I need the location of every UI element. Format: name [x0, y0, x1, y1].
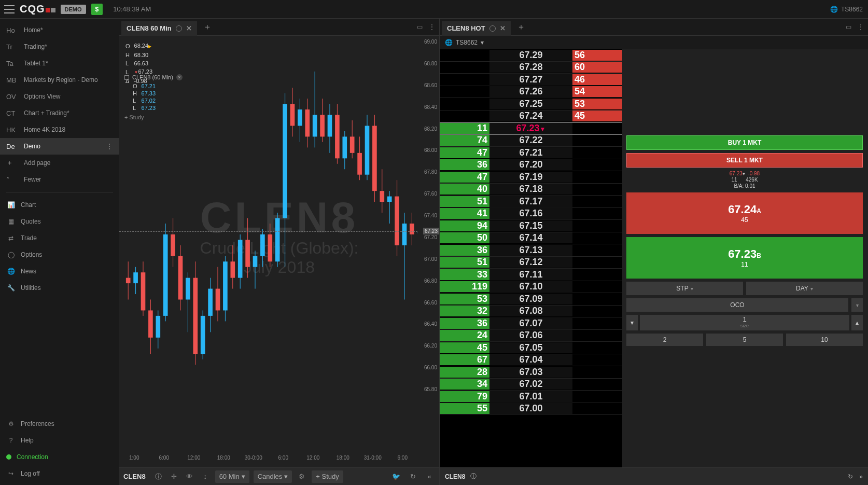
ladder-row[interactable]: 4767.19	[440, 171, 622, 184]
size-up-button[interactable]: ▴	[851, 315, 863, 330]
refresh-icon[interactable]: ↻	[848, 473, 853, 480]
ladder-row[interactable]: 4167.16	[440, 208, 622, 220]
add-tab-icon[interactable]: ＋	[203, 22, 212, 33]
refresh-icon[interactable]: ↻	[407, 471, 418, 482]
ladder-row[interactable]: 3367.11	[440, 269, 622, 281]
ladder-row[interactable]: 11967.10	[440, 281, 622, 294]
expand-icon[interactable]: »	[859, 473, 863, 480]
crosshair-icon[interactable]: ✛	[169, 471, 180, 482]
ladder-row[interactable]: 67.2553	[440, 98, 622, 110]
ladder-row[interactable]: 4567.05	[440, 342, 622, 354]
ladder-row[interactable]: 4067.18	[440, 184, 622, 196]
ladder-row[interactable]: 67.2746	[440, 74, 622, 86]
ladder-row[interactable]: 5167.17	[440, 196, 622, 208]
sidebar-connection[interactable]: Connection	[0, 449, 119, 465]
ladder-row[interactable]: 3667.07	[440, 317, 622, 330]
sidebar-page-ct[interactable]: CTChart + Trading*	[0, 105, 119, 121]
sidebar-page-ta[interactable]: TaTablet 1*	[0, 55, 119, 72]
ask-tile[interactable]: 67.24A 45	[626, 192, 863, 234]
sell-mkt-button[interactable]: SELL 1 MKT	[626, 153, 863, 168]
ladder-row[interactable]: 5367.09	[440, 293, 622, 306]
ladder-row[interactable]: 2867.03	[440, 366, 622, 379]
ladder-row[interactable]: 67.2956	[440, 49, 622, 62]
add-page[interactable]: ＋Add page	[0, 155, 119, 171]
collapse-icon[interactable]: «	[424, 471, 435, 482]
add-study-button[interactable]: + Study	[312, 470, 343, 483]
info-icon[interactable]: ⓘ	[153, 471, 164, 482]
tab-refresh-icon[interactable]	[176, 25, 182, 32]
ladder-row[interactable]: 5567.00	[440, 403, 622, 415]
qty-preset-5[interactable]: 5	[706, 334, 783, 346]
panel-menu-icon[interactable]: ⋮	[429, 23, 435, 31]
sidebar-preferences[interactable]: ⚙Preferences	[0, 415, 119, 432]
gear-icon[interactable]: ⚙	[296, 471, 307, 482]
order-type-select[interactable]: STP	[626, 282, 743, 295]
ladder-row[interactable]: 3667.13	[440, 244, 622, 257]
ladder-row[interactable]: 2467.06	[440, 330, 622, 342]
time-axis[interactable]: 1:006:0012:0018:0030-0:006:0012:0018:003…	[119, 455, 417, 467]
price-axis[interactable]: 69.0068.8068.6068.4068.2068.0067.8067.60…	[417, 36, 439, 455]
sidebar-page-hk[interactable]: HKHome 4K 2018	[0, 121, 119, 138]
sidebar-tool-news[interactable]: 🌐News	[0, 263, 119, 280]
info-icon[interactable]: ⓘ	[470, 472, 477, 481]
qty-preset-10[interactable]: 10	[786, 334, 863, 346]
twitter-icon[interactable]: 🐦	[390, 471, 402, 482]
ladder-row[interactable]: 5067.14	[440, 232, 622, 245]
ladder-row[interactable]: 67.2445	[440, 110, 622, 123]
buy-mkt-button[interactable]: BUY 1 MKT	[626, 135, 863, 150]
bid-tile[interactable]: 67.23B 11	[626, 237, 863, 279]
dom-symbol[interactable]: CLEN8	[445, 473, 465, 480]
ladder-row[interactable]: 4767.21	[440, 147, 622, 159]
sidebar-page-de[interactable]: DeDemo⋮	[0, 138, 119, 155]
panel-maximize-icon[interactable]: ▭	[417, 23, 423, 31]
tab-close-icon[interactable]: ✕	[186, 24, 192, 32]
ladder-trade-row[interactable]: 1167.23▼	[440, 122, 622, 135]
ladder-row[interactable]: 3267.08	[440, 306, 622, 318]
dom-tab[interactable]: CLEN8 HOT ✕	[442, 21, 511, 36]
ladder-row[interactable]: 9467.15	[440, 220, 622, 232]
ladder-row[interactable]: 5167.12	[440, 257, 622, 269]
dom-ladder[interactable]: 67.295667.286067.274667.265467.255367.24…	[440, 49, 622, 467]
fewer-pages[interactable]: ˄Fewer	[0, 171, 119, 188]
account-menu[interactable]: 🌐 TS8662	[830, 6, 863, 13]
sidebar-page-tr[interactable]: TrTrading*	[0, 38, 119, 55]
ladder-row[interactable]: 3667.20	[440, 159, 622, 172]
qty-preset-2[interactable]: 2	[626, 334, 703, 346]
panel-menu-icon[interactable]: ⋮	[858, 23, 864, 31]
tab-close-icon[interactable]: ✕	[500, 24, 506, 32]
balance-icon[interactable]: $	[91, 4, 103, 15]
menu-icon[interactable]	[4, 5, 15, 13]
sidebar-page-mb[interactable]: MBMarkets by Region - Demo	[0, 72, 119, 88]
sidebar-page-ho[interactable]: HoHome*	[0, 22, 119, 38]
tab-refresh-icon[interactable]	[489, 25, 496, 32]
size-down-button[interactable]: ▾	[626, 315, 638, 330]
ladder-row[interactable]: 7467.22	[440, 135, 622, 147]
chart-body[interactable]: CLEN8 Crude Light (Globex): July 2018 O6…	[119, 36, 439, 467]
dom-account-select[interactable]: 🌐 TS8662 ▾	[440, 36, 868, 49]
interval-select[interactable]: 60 Min ▾	[215, 470, 249, 483]
ladder-row[interactable]: 7967.01	[440, 391, 622, 403]
chart-type-select[interactable]: Candles ▾	[254, 470, 292, 483]
ladder-row[interactable]: 67.2860	[440, 62, 622, 74]
candlestick-chart[interactable]	[119, 36, 439, 467]
add-tab-icon[interactable]: ＋	[517, 22, 525, 33]
eye-icon[interactable]: 👁	[184, 471, 195, 482]
sidebar-page-ov[interactable]: OVOptions View	[0, 88, 119, 105]
panel-maximize-icon[interactable]: ▭	[846, 23, 851, 31]
oco-select[interactable]: OCO	[626, 298, 848, 312]
sidebar-tool-trade[interactable]: ⇄Trade	[0, 230, 119, 246]
sidebar-tool-chart[interactable]: 📊Chart	[0, 197, 119, 213]
ladder-row[interactable]: 67.2654	[440, 86, 622, 99]
size-input[interactable]: 1size	[640, 315, 849, 330]
resize-icon[interactable]: ↕	[200, 471, 211, 482]
chart-symbol[interactable]: CLEN8	[123, 473, 146, 480]
sidebar-tool-utilities[interactable]: 🔧Utilities	[0, 280, 119, 296]
oco-dropdown[interactable]	[851, 298, 863, 312]
ladder-row[interactable]: 3467.02	[440, 379, 622, 391]
sidebar-log-off[interactable]: ↪Log off	[0, 465, 119, 482]
duration-select[interactable]: DAY	[746, 282, 863, 295]
sidebar-tool-quotes[interactable]: ▦Quotes	[0, 213, 119, 230]
ladder-row[interactable]: 6767.04	[440, 354, 622, 367]
sidebar-help[interactable]: ?Help	[0, 432, 119, 449]
sidebar-tool-options[interactable]: ◯Options	[0, 246, 119, 263]
